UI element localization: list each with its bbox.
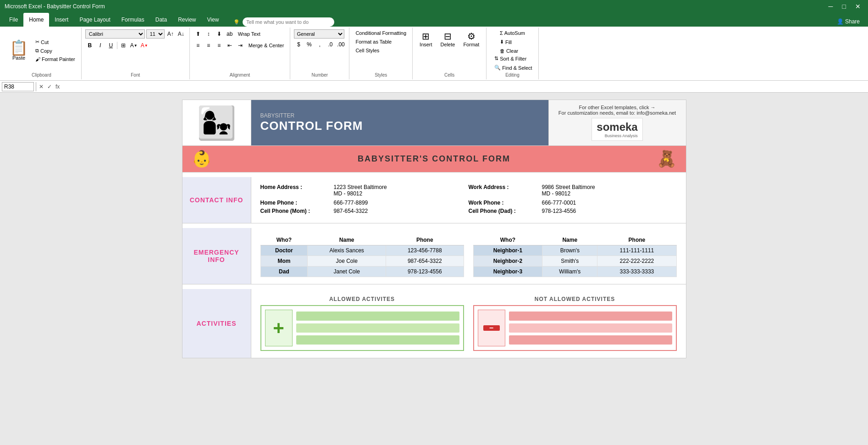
close-button[interactable]: ✕ <box>852 3 863 10</box>
emerg-right-name-1: Brown's <box>542 245 597 256</box>
cells-group: ⊞ Insert ⊟ Delete ⚙ Format Cells <box>413 28 487 79</box>
share-button[interactable]: 👤 Share <box>832 17 864 27</box>
tab-formulas[interactable]: Formulas <box>116 13 150 27</box>
styles-group: Conditional Formatting Format as Table C… <box>349 28 413 79</box>
emergency-label: EMERGENCY INFO <box>187 249 246 263</box>
title-cell: BABYSITTER CONTROL FORM <box>251 100 548 145</box>
format-as-table-button[interactable]: Format as Table <box>353 38 409 45</box>
wrap-text-button[interactable]: Wrap Text <box>236 30 263 38</box>
font-family-select[interactable]: Calibri <box>85 29 145 39</box>
spacer1 <box>182 172 686 177</box>
header-subtitle: BABYSITTER <box>260 112 539 119</box>
paste-button[interactable]: 📋 Paste <box>6 39 32 62</box>
tab-view[interactable]: View <box>202 13 225 27</box>
tab-page-layout[interactable]: Page Layout <box>74 13 116 27</box>
confirm-formula-icon[interactable]: ✓ <box>46 83 53 91</box>
cell-mom-label: Cell Phone (Mom) : <box>260 208 334 214</box>
format-painter-button[interactable]: 🖌Format Painter <box>33 56 77 63</box>
delete-button[interactable]: ⊟ Delete <box>437 29 459 49</box>
table-row: Doctor Alexis Sances 123-456-7788 <box>260 245 464 256</box>
decrease-font-button[interactable]: A↓ <box>177 29 186 39</box>
logo-cell: 👩‍👧 <box>182 100 251 145</box>
insert-button[interactable]: ⊞ Insert <box>416 29 436 49</box>
header-title: CONTROL FORM <box>260 119 539 133</box>
tab-file[interactable]: File <box>4 13 23 27</box>
cut-button[interactable]: ✂Cut <box>33 38 77 46</box>
currency-button[interactable]: $ <box>294 40 303 49</box>
sort-filter-button[interactable]: ⇅ Sort & Filter <box>492 55 534 62</box>
align-middle-button[interactable]: ↕ <box>204 29 213 39</box>
work-phone-label: Work Phone : <box>469 200 542 206</box>
tab-insert[interactable]: Insert <box>49 13 74 27</box>
increase-indent-button[interactable]: ⇥ <box>236 41 245 50</box>
formula-input[interactable] <box>62 83 866 91</box>
format-button[interactable]: ⚙ Format <box>460 29 482 49</box>
increase-font-button[interactable]: A↑ <box>166 29 175 39</box>
banner-right-icon: 🧸 <box>657 150 677 168</box>
not-allowed-lines <box>509 310 672 346</box>
activity-line-1 <box>296 312 459 321</box>
fill-color-button[interactable]: A▼ <box>129 41 138 50</box>
conditional-formatting-button[interactable]: Conditional Formatting <box>353 29 409 37</box>
increase-decimal-button[interactable]: .0 <box>326 40 335 49</box>
insert-function-icon[interactable]: fx <box>55 83 61 91</box>
font-size-select[interactable]: 11 <box>146 29 165 39</box>
alignment-group: ⬆ ↕ ⬇ ab Wrap Text ≡ ≡ ≡ ⇤ ⇥ Merge & Cen… <box>190 28 291 79</box>
align-top-button[interactable]: ⬆ <box>194 29 203 39</box>
border-button[interactable]: ⊞ <box>119 41 128 50</box>
editing-group: Σ AutoSum ⬇ Fill 🗑 Clear ⇅ Sort & Filter… <box>487 28 538 79</box>
decrease-decimal-button[interactable]: .00 <box>336 40 345 49</box>
tab-home[interactable]: Home <box>23 13 49 27</box>
work-address-val1: 9986 Street Baltimore <box>542 184 595 190</box>
align-right-button[interactable]: ≡ <box>215 41 224 50</box>
not-allowed-box: − <box>473 305 677 351</box>
maximize-button[interactable]: □ <box>840 3 849 10</box>
emerg-left-col2: Name <box>308 235 386 245</box>
work-phone-val: 666-777-0001 <box>542 200 576 206</box>
font-color-button[interactable]: A▼ <box>140 41 149 50</box>
not-activity-line-2 <box>509 323 672 333</box>
title-bar: Microsoft Excel - Babysitter Control For… <box>0 0 868 13</box>
cancel-formula-icon[interactable]: ✕ <box>38 83 44 91</box>
table-row: Neighbor-2 Smith's 222-222-2222 <box>473 256 676 267</box>
merge-center-button[interactable]: Merge & Center <box>246 42 287 49</box>
italic-button[interactable]: I <box>96 41 105 50</box>
emergency-right-table: Who? Name Phone Neighbor-1 Brown's 111-1… <box>473 235 677 277</box>
percent-button[interactable]: % <box>304 40 314 49</box>
cell-styles-button[interactable]: Cell Styles <box>353 47 409 54</box>
align-left-button[interactable]: ≡ <box>194 41 203 50</box>
number-label: Number <box>312 72 328 78</box>
clear-button[interactable]: 🗑 Clear <box>498 47 527 55</box>
emerg-who-3: Dad <box>260 267 308 277</box>
bold-button[interactable]: B <box>85 41 94 50</box>
contact-info-label: CONTACT INFO <box>190 196 243 204</box>
emergency-content: Who? Name Phone Doctor Alexis Sances 123… <box>251 228 686 284</box>
orientation-button[interactable]: ab <box>225 29 234 39</box>
decrease-indent-button[interactable]: ⇤ <box>225 41 234 50</box>
number-format-select[interactable]: General <box>294 29 344 39</box>
autosum-button[interactable]: Σ AutoSum <box>498 29 527 37</box>
styles-label: Styles <box>375 72 387 78</box>
emerg-right-who-2: Neighbor-2 <box>473 256 542 267</box>
align-center-button[interactable]: ≡ <box>204 41 213 50</box>
align-bottom-button[interactable]: ⬇ <box>215 29 224 39</box>
banner-left-icon: 👶 <box>192 150 212 168</box>
underline-button[interactable]: U <box>106 41 116 50</box>
tab-review[interactable]: Review <box>172 13 201 27</box>
cell-dad-label: Cell Phone (Dad) : <box>469 208 542 214</box>
table-row: Mom Joe Cole 987-654-3322 <box>260 256 464 267</box>
not-activity-line-1 <box>509 312 672 321</box>
find-select-button[interactable]: 🔍 Find & Select <box>492 64 534 72</box>
tell-me-input[interactable] <box>243 17 334 27</box>
activities-section: ACTIVITIES ALLOWED ACTIVITES + <box>182 289 686 358</box>
copy-button[interactable]: ⧉Copy <box>33 47 77 55</box>
cell-reference-input[interactable]: R38 <box>2 82 34 91</box>
formula-divider <box>36 82 36 91</box>
tab-data[interactable]: Data <box>150 13 172 27</box>
emerg-who-1: Doctor <box>260 245 308 256</box>
fill-button[interactable]: ⬇ Fill <box>498 38 527 46</box>
comma-button[interactable]: , <box>315 40 324 49</box>
spacer2 <box>182 223 686 228</box>
font-label: Font <box>131 72 140 78</box>
minimize-button[interactable]: ─ <box>826 3 836 10</box>
